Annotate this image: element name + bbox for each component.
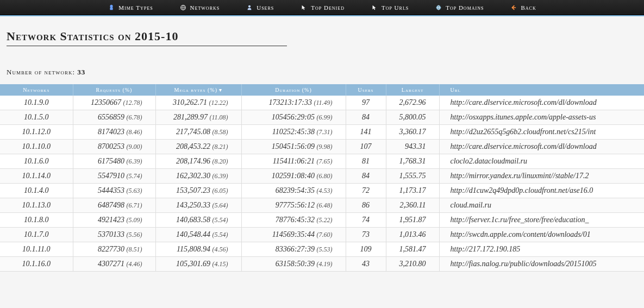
cell-network[interactable]: 10.1.12.0 xyxy=(0,125,73,140)
cell-url[interactable]: cloud.mail.ru xyxy=(439,198,644,213)
cell-url[interactable]: http://care.dlservice.microsoft.com/dl/d… xyxy=(439,96,644,110)
nav-top-denied[interactable]: Top Denied xyxy=(300,4,345,11)
cell-users: 84 xyxy=(346,110,386,125)
cell-largest: 1,951.87 xyxy=(386,213,439,228)
subtitle-count: 33 xyxy=(77,68,85,76)
table-row: 10.1.11.08227730 (8.51)115,808.94 (4.56)… xyxy=(0,242,644,257)
cell-megabytes: 208,453.22 (8.21) xyxy=(155,140,241,154)
cell-url[interactable]: http://mirror.yandex.ru/linuxmint//stabl… xyxy=(439,169,644,184)
cell-megabytes: 208,174.96 (8.20) xyxy=(155,154,241,169)
cell-network[interactable]: 10.1.11.0 xyxy=(0,242,73,257)
cell-url[interactable]: http://care.dlservice.microsoft.com/dl/d… xyxy=(439,140,644,154)
nav-label: Mime Types xyxy=(118,4,153,11)
top-nav: Mime Types Networks Users Top Denied Top… xyxy=(0,0,644,15)
col-duration[interactable]: Duration (%) xyxy=(241,84,346,96)
cell-largest: 2,672.96 xyxy=(386,96,439,110)
table-row: 10.1.10.08700253 (9.00)208,453.22 (8.21)… xyxy=(0,140,644,154)
cell-network[interactable]: 10.1.5.0 xyxy=(0,110,73,125)
cell-requests: 6175480 (6.39) xyxy=(73,154,155,169)
cell-users: 74 xyxy=(346,213,386,228)
cell-url[interactable]: http://fias.nalog.ru/public/downloads/20… xyxy=(439,257,644,272)
col-megabytes[interactable]: Mega bytes (%) ▾ xyxy=(155,84,241,96)
cell-network[interactable]: 10.1.4.0 xyxy=(0,184,73,198)
cell-network[interactable]: 10.1.16.0 xyxy=(0,257,73,272)
cell-users: 43 xyxy=(346,257,386,272)
cell-users: 81 xyxy=(346,154,386,169)
cell-megabytes: 140,548.44 (5.54) xyxy=(155,228,241,242)
cell-network[interactable]: 10.1.6.0 xyxy=(0,154,73,169)
nav-top-domains[interactable]: Top Domains xyxy=(435,4,484,11)
user-icon xyxy=(246,4,253,11)
cell-url[interactable]: http://217.172.190.185 xyxy=(439,242,644,257)
back-icon xyxy=(510,4,517,11)
table-row: 10.1.6.06175480 (6.39)208,174.96 (8.20)1… xyxy=(0,154,644,169)
cell-requests: 4921423 (5.09) xyxy=(73,213,155,228)
cell-duration: 115411:06:21 (7.65) xyxy=(241,154,346,169)
cell-requests: 8700253 (9.00) xyxy=(73,140,155,154)
nav-mime-types[interactable]: Mime Types xyxy=(108,4,153,11)
cell-users: 107 xyxy=(346,140,386,154)
table-row: 10.1.7.05370133 (5.56)140,548.44 (5.54)1… xyxy=(0,228,644,242)
cell-url[interactable]: http://d1cuw2q49dpd0p.cloudfront.net/ase… xyxy=(439,184,644,198)
cell-network[interactable]: 10.1.13.0 xyxy=(0,198,73,213)
col-users[interactable]: Users xyxy=(346,84,386,96)
cell-network[interactable]: 10.1.8.0 xyxy=(0,213,73,228)
svg-rect-1 xyxy=(110,8,113,10)
cell-url[interactable]: http://d2uz2655q5g6b2.cloudfront.net/cs2… xyxy=(439,125,644,140)
cell-network[interactable]: 10.1.9.0 xyxy=(0,96,73,110)
cell-duration: 68239:54:35 (4.53) xyxy=(241,184,346,198)
cell-network[interactable]: 10.1.7.0 xyxy=(0,228,73,242)
cell-requests: 8227730 (8.51) xyxy=(73,242,155,257)
cursor-icon xyxy=(300,4,308,11)
cell-network[interactable]: 10.1.14.0 xyxy=(0,169,73,184)
table-row: 10.1.8.04921423 (5.09)140,683.58 (5.54)7… xyxy=(0,213,644,228)
cell-largest: 1,768.31 xyxy=(386,154,439,169)
cell-url[interactable]: http://swcdn.apple.com/content/downloads… xyxy=(439,228,644,242)
nav-back[interactable]: Back xyxy=(510,4,536,11)
table-row: 10.1.9.012350667 (12.78)310,262.71 (12.2… xyxy=(0,96,644,110)
nav-label: Users xyxy=(257,4,274,11)
table-header-row: Networks Requests (%) Mega bytes (%) ▾ D… xyxy=(0,84,644,96)
cell-largest: 1,581.47 xyxy=(386,242,439,257)
mime-icon xyxy=(108,4,115,11)
nav-top-urls[interactable]: Top Urls xyxy=(371,4,409,11)
cell-url[interactable]: http://osxapps.itunes.apple.com/apple-as… xyxy=(439,110,644,125)
col-largest[interactable]: Largest xyxy=(386,84,439,96)
domain-icon xyxy=(435,4,442,11)
table-row: 10.1.4.05444353 (5.63)153,507.23 (6.05)6… xyxy=(0,184,644,198)
cell-users: 141 xyxy=(346,125,386,140)
cell-largest: 1,555.75 xyxy=(386,169,439,184)
cell-users: 72 xyxy=(346,184,386,198)
nav-networks[interactable]: Networks xyxy=(179,4,220,11)
cell-users: 84 xyxy=(346,169,386,184)
cell-network[interactable]: 10.1.10.0 xyxy=(0,140,73,154)
cell-users: 97 xyxy=(346,96,386,110)
col-url[interactable]: Url xyxy=(439,84,644,96)
cell-largest: 2,360.11 xyxy=(386,198,439,213)
col-networks[interactable]: Networks xyxy=(0,84,73,96)
cell-megabytes: 281,289.97 (11.08) xyxy=(155,110,241,125)
cell-duration: 78776:45:32 (5.22) xyxy=(241,213,346,228)
cell-megabytes: 115,808.94 (4.56) xyxy=(155,242,241,257)
cell-megabytes: 217,745.08 (8.58) xyxy=(155,125,241,140)
col-requests[interactable]: Requests (%) xyxy=(73,84,155,96)
nav-label: Top Denied xyxy=(311,4,345,11)
cell-requests: 5370133 (5.56) xyxy=(73,228,155,242)
table-row: 10.1.12.08174023 (8.46)217,745.08 (8.58)… xyxy=(0,125,644,140)
cell-largest: 1,173.17 xyxy=(386,184,439,198)
nav-label: Back xyxy=(521,4,536,11)
table-row: 10.1.16.04307271 (4.46)105,301.69 (4.15)… xyxy=(0,257,644,272)
cell-url[interactable]: cloclo2.datacloudmail.ru xyxy=(439,154,644,169)
table-row: 10.1.14.05547910 (5.74)162,302.30 (6.39)… xyxy=(0,169,644,184)
cell-largest: 5,800.05 xyxy=(386,110,439,125)
cell-duration: 63158:50:39 (4.19) xyxy=(241,257,346,272)
cell-users: 73 xyxy=(346,228,386,242)
cell-duration: 102591:08:40 (6.80) xyxy=(241,169,346,184)
network-count: Number of network: 33 xyxy=(7,68,644,77)
cell-users: 109 xyxy=(346,242,386,257)
cell-megabytes: 140,683.58 (5.54) xyxy=(155,213,241,228)
subtitle-label: Number of network: xyxy=(7,68,75,76)
cell-url[interactable]: http://fserver.1c.ru/free_store/free/edu… xyxy=(439,213,644,228)
nav-users[interactable]: Users xyxy=(246,4,274,11)
network-icon xyxy=(179,4,187,11)
